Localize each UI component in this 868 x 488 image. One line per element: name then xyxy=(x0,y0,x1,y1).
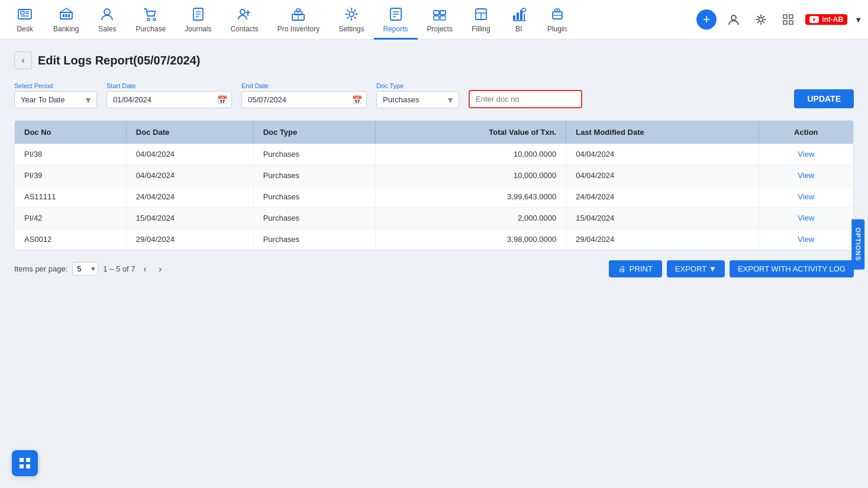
view-link[interactable]: View xyxy=(798,150,814,159)
filter-bar: Select Period Year To Date This Month La… xyxy=(14,81,854,108)
settings-icon xyxy=(342,5,361,24)
options-tab-label: OPTIONS xyxy=(855,227,862,261)
view-link[interactable]: View xyxy=(798,235,814,244)
page-header: ‹ Edit Logs Report(05/07/2024) xyxy=(14,51,854,69)
doc-no-input[interactable] xyxy=(469,90,582,108)
svg-rect-47 xyxy=(789,21,793,24)
nav-item-journals[interactable]: Journals xyxy=(175,0,221,40)
bi-icon xyxy=(509,5,528,24)
nav-right: + int-AB xyxy=(696,9,862,30)
nav-item-pro-inventory[interactable]: Pro Inventory xyxy=(268,0,329,40)
nav-label-reports: Reports xyxy=(383,25,408,33)
nav-label-purchase: Purchase xyxy=(135,25,166,33)
settings-gear-btn[interactable] xyxy=(751,9,771,30)
cell-last-modified: 15/04/2024 xyxy=(566,208,759,229)
nav-item-settings[interactable]: Settings xyxy=(329,0,373,40)
profile-icon-btn[interactable] xyxy=(724,9,744,30)
cell-last-modified: 24/04/2024 xyxy=(566,186,759,208)
svg-rect-8 xyxy=(65,14,67,17)
per-page-select[interactable]: 5 10 20 xyxy=(72,262,98,276)
view-link[interactable]: View xyxy=(798,192,814,201)
nav-item-bi[interactable]: BI xyxy=(500,0,538,40)
banking-icon xyxy=(57,5,76,24)
svg-rect-1 xyxy=(21,11,24,14)
nav-item-sales[interactable]: Sales xyxy=(88,0,126,40)
cell-doc-date: 29/04/2024 xyxy=(126,229,253,250)
prev-page-button[interactable]: ‹ xyxy=(140,263,150,276)
nav-item-banking[interactable]: Banking xyxy=(44,0,88,40)
svg-rect-27 xyxy=(434,11,439,15)
table-row: PI/38 04/04/2024 Purchases 10,000.0000 0… xyxy=(15,144,853,165)
sales-icon xyxy=(98,5,117,24)
update-button[interactable]: UPDATE xyxy=(794,89,854,108)
svg-rect-20 xyxy=(296,9,300,12)
nav-item-projects[interactable]: Projects xyxy=(418,0,462,40)
nav-label-desk: Desk xyxy=(17,25,33,33)
cell-doc-no: AS0012 xyxy=(15,229,126,250)
col-total-value: Total Value of Txn. xyxy=(376,121,566,144)
svg-point-17 xyxy=(240,9,245,14)
cell-total-value: 10,000.0000 xyxy=(376,165,566,186)
svg-point-10 xyxy=(104,9,110,15)
export-activity-button[interactable]: EXPORT WITH ACTIVITY LOG xyxy=(730,260,854,277)
end-date-input[interactable]: 05/07/2024 xyxy=(241,91,367,108)
page-title: Edit Logs Report(05/07/2024) xyxy=(38,54,201,67)
view-link[interactable]: View xyxy=(798,214,814,222)
nav-label-pro-inventory: Pro Inventory xyxy=(277,25,320,33)
cell-doc-date: 04/04/2024 xyxy=(126,165,253,186)
nav-item-filling[interactable]: Filling xyxy=(462,0,500,40)
col-doc-date: Doc Date xyxy=(126,121,253,144)
cell-doc-type: Purchases xyxy=(253,229,376,250)
view-link[interactable]: View xyxy=(798,171,814,180)
svg-marker-6 xyxy=(60,8,72,12)
add-button[interactable]: + xyxy=(696,9,717,30)
doc-type-label: Doc Type xyxy=(376,82,459,89)
cell-doc-date: 15/04/2024 xyxy=(126,208,253,229)
export-button[interactable]: EXPORT ▼ xyxy=(667,260,725,277)
table-row: AS0012 29/04/2024 Purchases 3,98,000.000… xyxy=(15,229,853,250)
select-period-group: Select Period Year To Date This Month La… xyxy=(14,82,97,108)
cell-doc-type: Purchases xyxy=(253,165,376,186)
print-button[interactable]: 🖨 PRINT xyxy=(609,260,662,277)
start-date-input[interactable]: 01/04/2024 xyxy=(107,91,232,108)
print-label: PRINT xyxy=(630,264,653,273)
svg-rect-7 xyxy=(63,14,64,17)
cell-doc-type: Purchases xyxy=(253,208,376,229)
projects-icon xyxy=(430,5,449,24)
nav-item-reports[interactable]: Reports xyxy=(374,0,418,40)
svg-rect-50 xyxy=(20,464,24,468)
cell-action: View xyxy=(759,186,853,208)
svg-rect-45 xyxy=(789,15,793,18)
nav-item-contacts[interactable]: Contacts xyxy=(221,0,267,40)
filling-icon xyxy=(472,5,491,24)
start-date-label: Start Date xyxy=(107,82,232,89)
pagination-bar: Items per page: 5 10 20 ▼ 1 – 5 of 7 ‹ ›… xyxy=(14,260,854,277)
contacts-icon xyxy=(235,5,254,24)
nav-item-desk[interactable]: Desk xyxy=(6,0,44,40)
youtube-badge[interactable]: int-AB xyxy=(805,14,847,25)
grid-btn[interactable] xyxy=(778,9,798,30)
nav-item-purchase[interactable]: Purchase xyxy=(126,0,175,40)
doc-no-label xyxy=(469,81,582,88)
next-page-button[interactable]: › xyxy=(155,263,165,276)
select-period-dropdown[interactable]: Year To Date This Month Last Month Custo… xyxy=(14,91,97,108)
journals-icon xyxy=(189,5,208,24)
doc-type-dropdown[interactable]: Purchases Sales Journals xyxy=(376,91,459,108)
nav-label-contacts: Contacts xyxy=(230,25,258,33)
svg-point-11 xyxy=(147,18,150,21)
svg-rect-28 xyxy=(440,11,446,15)
user-dropdown[interactable]: ▼ xyxy=(854,15,862,24)
back-button[interactable]: ‹ xyxy=(14,51,32,69)
svg-rect-46 xyxy=(783,21,787,24)
start-date-wrap: 01/04/2024 📅 xyxy=(107,91,232,108)
options-tab[interactable]: OPTIONS xyxy=(852,219,865,269)
svg-rect-29 xyxy=(434,16,439,20)
nav-label-projects: Projects xyxy=(427,25,453,33)
svg-rect-35 xyxy=(517,12,519,20)
bottom-grid-icon[interactable] xyxy=(12,450,38,476)
export-label: EXPORT xyxy=(675,264,706,273)
col-doc-type: Doc Type xyxy=(253,121,376,144)
nav-item-plugin[interactable]: Plugin xyxy=(538,0,576,40)
doc-type-group: Doc Type Purchases Sales Journals ▼ xyxy=(376,82,459,108)
table-container: Doc No Doc Date Doc Type Total Value of … xyxy=(14,120,854,251)
